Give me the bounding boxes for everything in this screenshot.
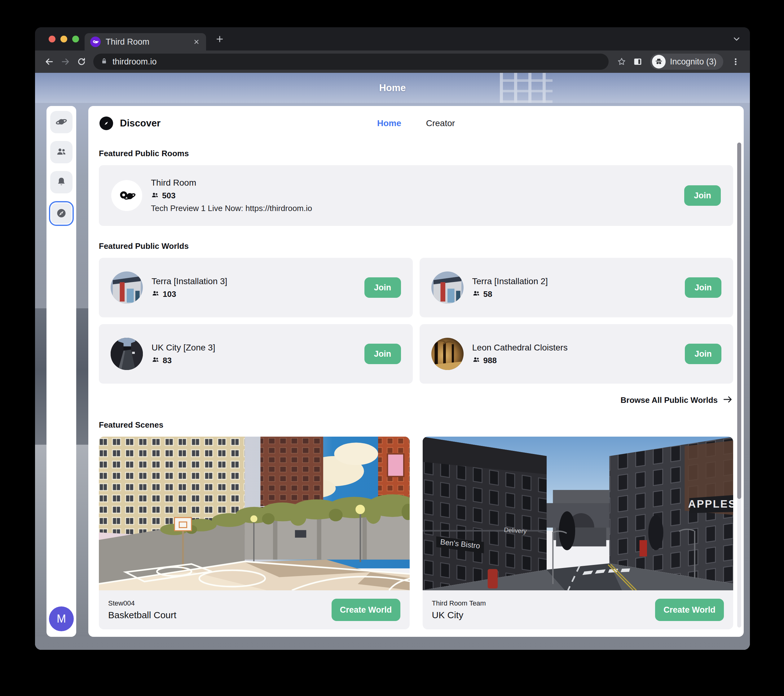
tab-title: Third Room xyxy=(105,37,193,47)
browse-all-row: Browse All Public Worlds xyxy=(99,394,733,406)
join-world-button[interactable]: Join xyxy=(685,277,721,298)
discover-scroll-area: Featured Public Rooms Third Room xyxy=(88,149,744,629)
create-world-button[interactable]: Create World xyxy=(655,599,724,621)
world-name: UK City [Zone 3] xyxy=(152,343,215,353)
room-members: 503 xyxy=(151,191,312,201)
browser-tab[interactable]: Third Room xyxy=(85,33,206,51)
sidebar-item-friends[interactable] xyxy=(50,141,72,163)
bookmark-star-icon[interactable] xyxy=(614,54,630,70)
scrollbar-thumb[interactable] xyxy=(737,143,741,499)
world-name: Leon Cathedral Cloisters xyxy=(472,343,568,353)
close-window-button[interactable] xyxy=(49,36,56,43)
scene-author: Third Room Team xyxy=(432,599,486,607)
world-thumbnail-terra-2 xyxy=(432,271,464,304)
browser-tab-strip: Third Room xyxy=(35,27,750,51)
url-text: thirdroom.io xyxy=(112,57,157,67)
scene-footer: Third Room Team UK City Create World xyxy=(423,590,733,629)
join-world-button[interactable]: Join xyxy=(685,344,721,364)
discover-panel-header: Discover Home Creator xyxy=(88,106,744,141)
create-world-button[interactable]: Create World xyxy=(331,599,400,621)
scene-meta: Third Room Team UK City xyxy=(432,599,486,620)
incognito-icon xyxy=(652,55,665,69)
browser-window: Third Room xyxy=(35,27,750,650)
scene-card-basketball-court: Stew004 Basketball Court Create World xyxy=(99,437,410,629)
discover-panel: Discover Home Creator Featured Public Ro… xyxy=(88,106,744,637)
screen: Third Room xyxy=(0,0,784,696)
browser-menu-icon[interactable] xyxy=(728,54,744,70)
new-tab-button[interactable] xyxy=(213,32,227,46)
join-world-button[interactable]: Join xyxy=(364,277,401,298)
tab-creator[interactable]: Creator xyxy=(426,118,455,128)
world-members: 83 xyxy=(152,356,215,365)
tab-home[interactable]: Home xyxy=(377,118,401,128)
scene-meta: Stew004 Basketball Court xyxy=(108,599,176,620)
members-icon xyxy=(151,191,159,201)
page-content: Home xyxy=(35,73,750,650)
tab-search-chevron-icon[interactable] xyxy=(732,27,741,51)
worlds-grid: Terra [Installation 3] 103 Join xyxy=(99,258,733,383)
sidebar-item-discover[interactable] xyxy=(51,203,72,224)
sidebar-item-worlds[interactable] xyxy=(50,111,72,133)
people-icon xyxy=(56,146,67,158)
world-card-terra-2[interactable]: Terra [Installation 2] 58 Join xyxy=(420,258,733,317)
third-room-logo-icon xyxy=(111,180,142,211)
planet-icon xyxy=(56,116,67,128)
room-card[interactable]: Third Room 503 Tech Previe xyxy=(99,165,733,226)
side-panel-icon[interactable] xyxy=(630,54,646,70)
world-thumbnail-terra-3 xyxy=(110,271,143,304)
user-avatar[interactable]: M xyxy=(49,606,74,631)
scene-image-uk-city: APPLES Ben's Bistro Delivery xyxy=(423,437,733,590)
discover-badge xyxy=(99,117,113,130)
scene-name: UK City xyxy=(432,610,486,620)
address-bar[interactable]: thirdroom.io xyxy=(93,54,609,70)
section-heading-scenes: Featured Scenes xyxy=(99,420,733,430)
lock-icon xyxy=(100,57,108,66)
world-name: Terra [Installation 2] xyxy=(472,276,548,286)
scene-image-basketball-court xyxy=(99,437,410,590)
incognito-label: Incognito (3) xyxy=(670,57,716,67)
sidebar-item-notifications[interactable] xyxy=(50,171,72,193)
join-world-button[interactable]: Join xyxy=(364,344,401,364)
browse-all-public-worlds-link[interactable]: Browse All Public Worlds xyxy=(621,395,718,405)
arrow-right-icon[interactable] xyxy=(723,394,733,406)
room-name: Third Room xyxy=(151,178,312,188)
world-members: 58 xyxy=(472,290,548,299)
minimize-window-button[interactable] xyxy=(61,36,67,43)
app-sidebar: M xyxy=(46,106,76,637)
reload-icon[interactable] xyxy=(73,54,89,70)
members-icon xyxy=(152,290,160,299)
world-members: 103 xyxy=(152,290,227,299)
background-scaffold xyxy=(500,73,552,103)
scene-name: Basketball Court xyxy=(108,610,176,620)
room-description: Tech Preview 1 Live Now: https://thirdro… xyxy=(151,204,312,213)
incognito-badge[interactable]: Incognito (3) xyxy=(650,54,723,70)
tab-close-icon[interactable] xyxy=(193,38,201,46)
discover-tabs: Home Creator xyxy=(377,106,455,141)
browser-toolbar: thirdroom.io Incognito (3) xyxy=(35,51,750,73)
world-member-count: 58 xyxy=(483,290,492,299)
scenes-grid: Stew004 Basketball Court Create World xyxy=(99,437,733,629)
scene-card-uk-city: APPLES Ben's Bistro Delivery xyxy=(423,437,733,629)
world-card-leon-cathedral[interactable]: Leon Cathedral Cloisters 988 Join xyxy=(420,324,733,383)
world-thumbnail-cathedral xyxy=(432,338,464,370)
svg-text:APPLES: APPLES xyxy=(688,498,733,510)
world-thumbnail-uk-city xyxy=(110,338,143,370)
members-icon xyxy=(152,356,160,365)
scrollbar-track[interactable] xyxy=(737,143,741,627)
back-icon[interactable] xyxy=(41,54,57,70)
forward-icon[interactable] xyxy=(57,54,73,70)
join-room-button[interactable]: Join xyxy=(684,185,721,206)
world-name: Terra [Installation 3] xyxy=(152,276,227,286)
sidebar-item-discover-active-ring xyxy=(49,201,74,226)
scene-footer: Stew004 Basketball Court Create World xyxy=(99,590,410,629)
compass-icon xyxy=(56,207,67,220)
window-controls xyxy=(49,27,79,51)
world-card-terra-3[interactable]: Terra [Installation 3] 103 Join xyxy=(99,258,413,317)
room-info: Third Room 503 Tech Previe xyxy=(151,178,312,213)
members-icon xyxy=(472,356,480,365)
page-title: Discover xyxy=(120,118,160,129)
zoom-window-button[interactable] xyxy=(72,36,79,43)
world-card-uk-city[interactable]: UK City [Zone 3] 83 Join xyxy=(99,324,413,383)
bell-icon xyxy=(56,176,67,188)
app-header: Home xyxy=(35,73,750,103)
